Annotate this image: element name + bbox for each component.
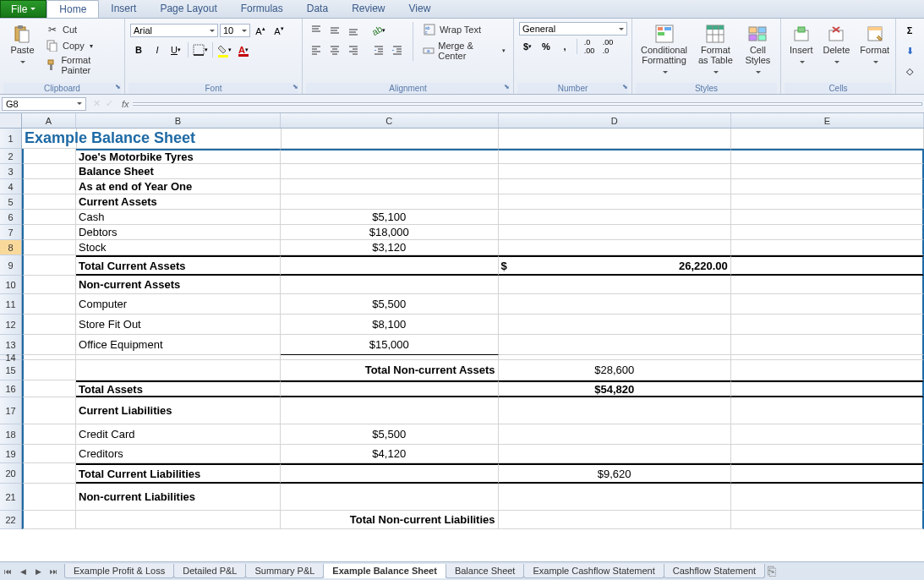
file-tab[interactable]: File [0, 0, 46, 18]
cell-D8[interactable] [499, 240, 731, 255]
format-painter-button[interactable]: Format Painter [43, 54, 119, 76]
ribbon-tab-review[interactable]: Review [340, 0, 396, 18]
align-right-button[interactable] [345, 41, 362, 58]
cell-A3[interactable] [22, 164, 76, 179]
cell-C6[interactable]: $5,100 [281, 210, 499, 225]
cell-A21[interactable] [22, 484, 76, 511]
underline-button[interactable]: U▾ [167, 41, 184, 58]
cell-D10[interactable] [499, 276, 731, 294]
col-header-D[interactable]: D [499, 113, 731, 128]
cell-E22[interactable] [731, 511, 924, 529]
sheet-tab-detailed-p-l[interactable]: Detailed P&L [173, 564, 246, 578]
cell-E20[interactable] [731, 463, 924, 484]
row-header-4[interactable]: 4 [0, 179, 21, 194]
cell-C22[interactable]: Total Non-current Liabilities [281, 511, 499, 529]
fill-color-button[interactable]: ▾ [216, 41, 233, 58]
cell-D1[interactable] [499, 129, 731, 149]
cell-area[interactable]: Example Balance SheetJoe's Motorbike Tyr… [22, 129, 924, 529]
dialog-launcher-icon[interactable]: ⬊ [501, 83, 511, 93]
cell-B3[interactable]: Balance Sheet [76, 164, 281, 179]
last-sheet-button[interactable]: ⏭ [46, 564, 61, 579]
font-color-button[interactable]: A▾ [235, 41, 252, 58]
cell-C7[interactable]: $18,000 [281, 225, 499, 240]
row-header-21[interactable]: 21 [0, 484, 21, 511]
cell-A1[interactable]: Example Balance Sheet [22, 129, 77, 149]
cell-D6[interactable] [499, 210, 731, 225]
row-header-12[interactable]: 12 [0, 315, 21, 335]
row-header-17[interactable]: 17 [0, 397, 21, 424]
row-header-20[interactable]: 20 [0, 463, 21, 484]
cell-D11[interactable] [499, 294, 731, 315]
cell-A7[interactable] [22, 225, 76, 240]
cell-B16[interactable]: Total Assets [76, 380, 281, 397]
cell-B9[interactable]: Total Current Assets [76, 255, 281, 276]
row-header-1[interactable]: 1 [0, 129, 21, 149]
align-bottom-button[interactable] [345, 22, 362, 39]
cell-A15[interactable] [22, 360, 76, 380]
cell-B8[interactable]: Stock [76, 240, 281, 255]
dialog-launcher-icon[interactable]: ⬊ [290, 83, 300, 93]
sheet-tab-example-balance-sheet[interactable]: Example Balance Sheet [323, 564, 446, 578]
cell-A18[interactable] [22, 424, 76, 445]
sheet-tab-balance-sheet[interactable]: Balance Sheet [446, 564, 525, 578]
name-box[interactable]: G8 [2, 97, 86, 111]
increase-indent-button[interactable] [389, 41, 406, 58]
next-sheet-button[interactable]: ▶ [30, 564, 46, 579]
cell-B17[interactable]: Current Liabilities [76, 397, 281, 424]
row-header-3[interactable]: 3 [0, 164, 21, 179]
cell-D3[interactable] [499, 164, 731, 179]
delete-cells-button[interactable]: Delete [820, 22, 854, 67]
cell-A19[interactable] [22, 445, 76, 463]
format-as-table-button[interactable]: Format as Table [694, 22, 737, 77]
row-header-18[interactable]: 18 [0, 424, 21, 445]
row-header-7[interactable]: 7 [0, 225, 21, 240]
cell-A13[interactable] [22, 335, 76, 355]
cell-B13[interactable]: Office Equipment [76, 335, 281, 355]
cell-E11[interactable] [731, 294, 924, 315]
cell-B2[interactable]: Joe's Motorbike Tyres [76, 149, 281, 164]
grow-font-button[interactable]: A▴ [252, 22, 269, 39]
cell-styles-button[interactable]: Cell Styles [741, 22, 775, 77]
select-all-corner[interactable] [0, 113, 22, 129]
cell-B22[interactable] [76, 511, 281, 529]
cell-B12[interactable]: Store Fit Out [76, 315, 281, 335]
cell-E9[interactable] [731, 255, 924, 276]
bold-button[interactable]: B [130, 41, 147, 58]
prev-sheet-button[interactable]: ◀ [15, 564, 30, 579]
cell-A2[interactable] [22, 149, 76, 164]
sheet-tab-example-cashflow-statement[interactable]: Example Cashflow Statement [523, 564, 664, 578]
cell-E19[interactable] [731, 445, 924, 463]
cell-D18[interactable] [499, 424, 731, 445]
sheet-tab-cashflow-statement[interactable]: Cashflow Statement [664, 564, 765, 578]
autosum-button[interactable]: Σ [901, 22, 918, 39]
row-header-6[interactable]: 6 [0, 210, 21, 225]
col-header-A[interactable]: A [22, 113, 76, 128]
row-header-8[interactable]: 8 [0, 240, 21, 255]
col-header-E[interactable]: E [731, 113, 924, 128]
number-format-combo[interactable]: General [519, 22, 627, 36]
row-header-10[interactable]: 10 [0, 276, 21, 294]
orientation-button[interactable]: ab▾ [370, 22, 387, 39]
ribbon-tab-insert[interactable]: Insert [99, 0, 148, 18]
cell-C21[interactable] [281, 484, 499, 511]
cell-B6[interactable]: Cash [76, 210, 281, 225]
col-header-C[interactable]: C [281, 113, 499, 128]
align-left-button[interactable] [308, 41, 325, 58]
sheet-tab-example-profit-loss[interactable]: Example Profit & Loss [64, 564, 174, 578]
cell-D19[interactable] [499, 445, 731, 463]
font-size-combo[interactable]: 10 [220, 24, 250, 37]
cell-D5[interactable] [499, 194, 731, 210]
cell-D4[interactable] [499, 179, 731, 194]
cell-A9[interactable] [22, 255, 76, 276]
cell-C11[interactable]: $5,500 [281, 294, 499, 315]
cell-A17[interactable] [22, 397, 76, 424]
cell-E3[interactable] [731, 164, 924, 179]
cell-C9[interactable] [281, 255, 499, 276]
cell-A4[interactable] [22, 179, 76, 194]
insert-cells-button[interactable]: Insert [786, 22, 817, 67]
wrap-text-button[interactable]: abcWrap Text [420, 22, 508, 37]
cell-D21[interactable] [499, 484, 731, 511]
row-header-11[interactable]: 11 [0, 294, 21, 315]
cell-B1[interactable] [77, 129, 282, 149]
row-header-9[interactable]: 9 [0, 255, 21, 276]
